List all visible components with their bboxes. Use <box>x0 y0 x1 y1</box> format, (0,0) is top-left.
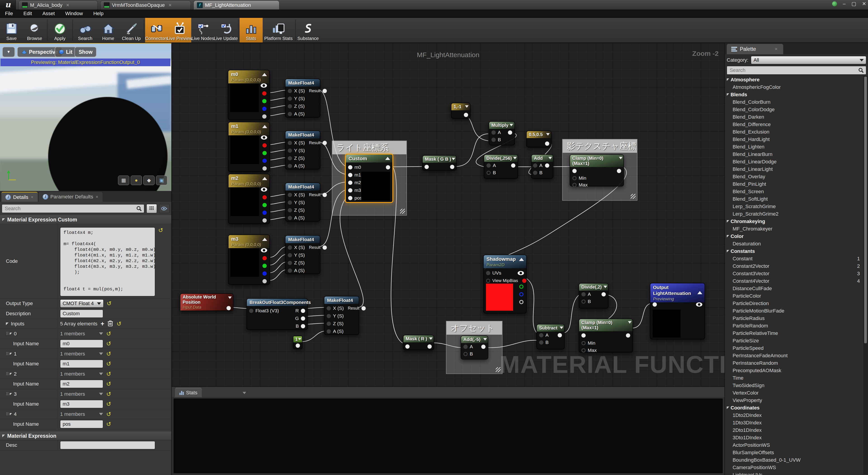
palette-list-item[interactable]: 2Dto1DIndex <box>725 426 863 434</box>
node-mask-r[interactable]: Mask ( R ) <box>403 335 434 350</box>
stats-button[interactable]: Stats <box>240 18 263 42</box>
palette-list-item[interactable]: AtmosphericFogColor <box>725 84 863 91</box>
members-dropdown[interactable]: 1 members <box>60 351 103 357</box>
pin-in-pos[interactable] <box>348 196 352 200</box>
node-absolute-world-position[interactable]: Absolute World PositionInput Data <box>180 293 234 311</box>
section-material-expression[interactable]: Material Expression <box>0 432 171 440</box>
menu-window[interactable]: Window <box>65 11 83 17</box>
pin-out[interactable] <box>481 345 486 349</box>
node-constant-1-m1[interactable]: 1,-1 <box>451 103 470 119</box>
palette-list-item[interactable]: PerInstanceRandom <box>725 359 863 367</box>
input-name-field[interactable] <box>60 340 103 348</box>
pin-out-r[interactable] <box>301 309 305 313</box>
pin-out-g[interactable] <box>519 285 524 289</box>
pin-in-m2[interactable] <box>348 181 352 185</box>
palette-list-item[interactable]: ParticleDirection <box>725 299 863 307</box>
desc-field[interactable] <box>60 441 155 449</box>
palette-list-item[interactable]: Constant4Vector 4 <box>725 277 863 285</box>
collapse-node-icon[interactable] <box>385 157 390 160</box>
palette-list-item[interactable]: Blends <box>725 91 863 98</box>
pin-out-g[interactable] <box>262 264 267 268</box>
search-button[interactable]: Search <box>74 18 97 42</box>
pin-out-r[interactable] <box>262 195 267 199</box>
palette-scrollbar[interactable] <box>864 76 868 474</box>
close-tab-icon[interactable]: ✕ <box>66 3 69 8</box>
pin-out-a[interactable] <box>262 114 267 119</box>
members-dropdown[interactable]: 1 members <box>60 391 103 397</box>
pin-out-rgb[interactable] <box>260 84 267 88</box>
live-preview-button[interactable]: Live Preview <box>168 18 191 42</box>
pin-out-b[interactable] <box>301 324 305 328</box>
pin-in-a[interactable] <box>288 112 292 116</box>
node-makefloat4[interactable]: MakeFloat4 X (S)Result Y (S) Z (S) A (S) <box>285 235 320 274</box>
palette-list-item[interactable]: 1Dto3DIndex <box>725 419 863 426</box>
close-tab-icon[interactable]: ✕ <box>775 47 778 52</box>
show-button[interactable]: Show <box>74 47 96 57</box>
palette-list-item[interactable]: Blend_Darken <box>725 113 863 121</box>
palette-list-item[interactable]: DistanceCullFade <box>725 285 863 292</box>
pin-out-rgb[interactable] <box>261 187 267 192</box>
pin-in-float3[interactable] <box>249 309 253 313</box>
pin-in-y[interactable] <box>288 149 292 153</box>
pin-out[interactable] <box>558 333 562 337</box>
collapse-node-icon[interactable] <box>546 133 550 135</box>
pin-out-r[interactable] <box>262 91 267 96</box>
palette-list-item[interactable]: Blend_Lighten <box>725 143 863 151</box>
collapse-node-icon[interactable] <box>603 286 607 288</box>
palette-list-item[interactable]: Blend_LinearDodge <box>725 158 863 165</box>
pin-in-a[interactable] <box>288 216 292 220</box>
preview-viewport[interactable]: ▼ Perspective Lit Show Previewing: Mater… <box>0 43 171 191</box>
reset-to-default-icon[interactable]: ↺ <box>107 300 112 307</box>
collapse-node-icon[interactable] <box>429 337 433 340</box>
pin-out[interactable] <box>464 113 468 117</box>
node-param-m0[interactable]: m0Param (0,0,0,0) <box>228 70 270 120</box>
pin-in-b[interactable] <box>487 170 491 175</box>
viewport-options-button[interactable]: ▼ <box>2 47 15 57</box>
node-constant-one[interactable]: 1 <box>293 336 303 349</box>
drag-handle-icon[interactable]: ⠿ <box>6 331 8 336</box>
menu-file[interactable]: File <box>5 11 13 17</box>
menu-asset[interactable]: Asset <box>42 11 55 17</box>
collapse-node-icon[interactable] <box>513 157 517 159</box>
palette-list-item[interactable]: Blend_Screen <box>725 188 863 195</box>
pin-in-b[interactable] <box>491 138 496 142</box>
pin-out-g[interactable] <box>262 203 267 207</box>
pin-in-m0[interactable] <box>348 165 352 169</box>
palette-list-item[interactable]: ParticleRadius <box>725 315 863 322</box>
pin-out-b[interactable] <box>262 107 267 111</box>
palette-list-item[interactable]: TwoSidedSign <box>725 382 863 389</box>
tab-m-alicia-body[interactable]: M_Alicia_body ✕ <box>19 0 98 9</box>
palette-list-item[interactable]: 3Dto1DIndex <box>725 434 863 441</box>
node-clamp-1[interactable]: Clamp (Min=0) (Max=1) Min Max <box>569 154 624 186</box>
pin-in-max[interactable] <box>572 183 577 187</box>
node-makefloat4[interactable]: MakeFloat4 X (S)Result Y (S) Z (S) A (S) <box>285 78 320 118</box>
preview-shape-sphere-button[interactable]: ● <box>131 176 142 185</box>
pin-in-y[interactable] <box>288 253 292 257</box>
reset-to-default-icon[interactable]: ↺ <box>106 371 111 377</box>
reset-to-default-icon[interactable]: ↺ <box>106 421 111 427</box>
pin-out-r[interactable] <box>262 143 267 148</box>
palette-list-item[interactable]: ViewProperty <box>725 397 863 404</box>
pin-in-a[interactable] <box>327 329 331 334</box>
pin-in-b[interactable] <box>463 352 468 356</box>
pin-out-b[interactable] <box>262 272 267 276</box>
menu-edit[interactable]: Edit <box>23 11 32 17</box>
node-makefloat4[interactable]: MakeFloat4 X (S)Result Y (S) Z (S) A (S) <box>324 296 359 335</box>
lit-button[interactable]: Lit <box>55 47 76 57</box>
node-clamp-2[interactable]: Clamp (Min=0) (Max=1) Min Max <box>579 319 633 352</box>
members-dropdown[interactable]: 1 members <box>60 371 103 377</box>
palette-list-item[interactable]: Constants <box>725 248 863 255</box>
pin-in-a[interactable] <box>533 163 537 168</box>
palette-search-input[interactable] <box>727 66 866 74</box>
input-name-field[interactable] <box>60 360 103 368</box>
input-name-field[interactable] <box>60 380 103 388</box>
palette-list-item[interactable]: Color <box>725 232 863 240</box>
palette-list-item[interactable]: Blend_LinearLight <box>725 165 863 173</box>
palette-list-item[interactable]: Constant2Vector 2 <box>725 262 863 270</box>
pin-in-z[interactable] <box>288 104 292 108</box>
collapse-node-icon[interactable] <box>228 296 232 299</box>
palette-list-item[interactable]: Blend_ColorDodge <box>725 106 863 113</box>
node-divide-256[interactable]: Divide(,256) A B <box>484 154 518 179</box>
collapse-node-icon[interactable] <box>519 258 524 261</box>
palette-list-item[interactable]: CameraPositionWS <box>725 464 863 471</box>
